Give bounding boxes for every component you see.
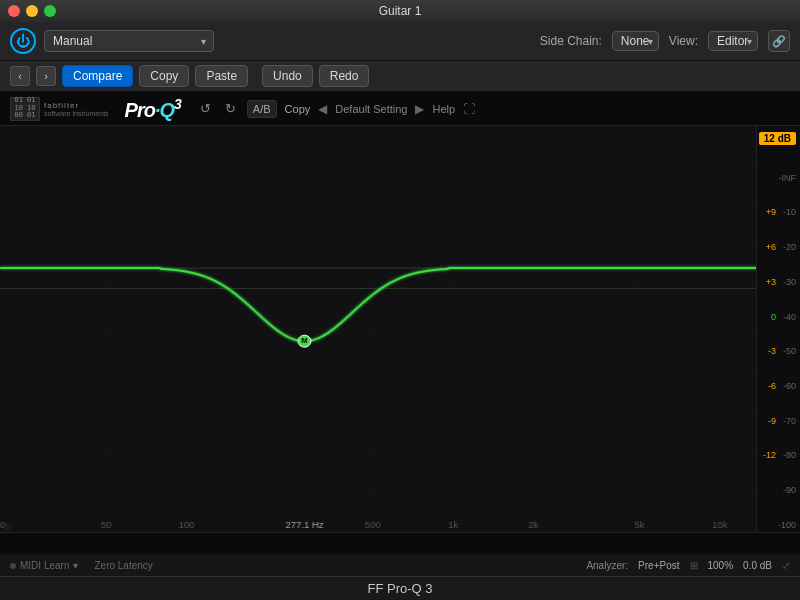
scale-yellow-m3: -3 [768,346,776,356]
maximize-button[interactable] [44,5,56,17]
minimize-button[interactable] [26,5,38,17]
link-button[interactable]: 🔗 [768,30,790,52]
scale-row-20: +6 -20 [757,242,800,252]
undo-button[interactable]: Undo [262,65,313,87]
latency-label: Zero Latency [94,560,152,571]
scale-row-10: +9 -10 [757,207,800,217]
ff-icon: 01 0110 1000 01 [10,97,40,121]
plugin-inner-header: 01 0110 1000 01 fabfilter software instr… [0,92,800,126]
scale-row-100: -100 [757,520,800,530]
redo-button[interactable]: Redo [319,65,370,87]
status-bar: MIDI Learn ▾ Zero Latency Analyzer: Pre+… [0,554,800,576]
scale-row-30: +3 -30 [757,277,800,287]
main-container: ⏻ Manual ▾ Side Chain: None ▾ View: Edit… [0,22,800,600]
copy-button[interactable]: Copy [139,65,189,87]
footer-title: FF Pro-Q 3 [367,581,432,596]
midi-dot [10,563,16,569]
ff-brand: fabfilter [44,101,109,110]
scale-row-50: -3 -50 [757,346,800,356]
scale-yellow-9: +9 [766,207,776,217]
db-label: 0.0 dB [743,560,772,571]
scale-yellow-m6: -6 [768,381,776,391]
scale-row-inf: -INF [757,173,800,183]
scale-row-80: -12 -80 [757,450,800,460]
zoom-label: 100% [708,560,734,571]
expand-icon: ⤢ [782,560,790,571]
view-dropdown[interactable]: Editor [708,31,758,51]
scale-label-inf: -INF [778,173,796,183]
close-button[interactable] [8,5,20,17]
eq-display[interactable]: 12 dB -INF +9 -10 +6 -20 +3 -30 [0,126,800,532]
preset-prev-button[interactable]: ◀ [318,102,327,116]
paste-button[interactable]: Paste [195,65,248,87]
back-button[interactable]: ‹ [10,66,30,86]
scale-yellow-m12: -12 [763,450,776,460]
ab-button[interactable]: A/B [247,100,277,118]
compare-button[interactable]: Compare [62,65,133,87]
preset-next-button[interactable]: ▶ [415,102,424,116]
plugin-header: ⏻ Manual ▾ Side Chain: None ▾ View: Edit… [0,22,800,61]
plugin-inner-controls: ↺ ↻ A/B Copy ◀ Default Setting ▶ Help ⛶ [197,100,475,118]
plugin-preset-name: Default Setting [335,103,407,115]
eq-canvas[interactable] [0,126,800,532]
midi-learn-label[interactable]: MIDI Learn [20,560,69,571]
title-bar: Guitar 1 [0,0,800,22]
window-controls[interactable] [8,5,56,17]
midi-learn-arrow: ▾ [73,560,78,571]
eq-scale-right: 12 dB -INF +9 -10 +6 -20 +3 -30 [756,126,800,532]
ff-software: software instruments [44,110,109,117]
scale-row-40: 0 -40 [757,312,800,322]
status-midi-learn: MIDI Learn ▾ [10,560,78,571]
undo-inner-button[interactable]: ↺ [197,101,214,116]
status-icon: ⊞ [690,560,698,571]
forward-button[interactable]: › [36,66,56,86]
view-label: View: [669,34,698,48]
preset-dropdown[interactable]: Manual [44,30,214,52]
sidechain-label: Side Chain: [540,34,602,48]
plugin-body: 01 0110 1000 01 fabfilter software instr… [0,92,800,576]
scale-yellow-0: 0 [771,312,776,322]
scale-yellow-6: +6 [766,242,776,252]
ff-text: fabfilter software instruments [44,101,109,117]
redo-inner-button[interactable]: ↻ [222,101,239,116]
proq-logo: Pro·Q3 [125,96,181,122]
scale-row-60: -6 -60 [757,381,800,391]
fullscreen-button[interactable]: ⛶ [463,102,475,116]
inner-copy-button[interactable]: Copy [285,103,311,115]
scale-row-90: -90 [757,485,800,495]
analyzer-value: Pre+Post [638,560,679,571]
freq-axis [0,532,800,554]
header-left: ⏻ Manual ▾ [10,28,214,54]
footer-bar: FF Pro-Q 3 [0,576,800,600]
analyzer-label: Analyzer: [586,560,628,571]
toolbar-row: ‹ › Compare Copy Paste Undo Redo [0,61,800,92]
gain-badge: 12 dB [759,132,796,145]
window-title: Guitar 1 [379,4,422,18]
scale-yellow-3: +3 [766,277,776,287]
power-button[interactable]: ⏻ [10,28,36,54]
help-button[interactable]: Help [432,103,455,115]
header-right: Side Chain: None ▾ View: Editor ▾ 🔗 [540,30,790,52]
scale-row-70: -9 -70 [757,416,800,426]
status-right: Analyzer: Pre+Post ⊞ 100% 0.0 dB ⤢ [586,560,790,571]
sidechain-dropdown[interactable]: None [612,31,659,51]
ff-logo: 01 0110 1000 01 fabfilter software instr… [10,97,109,121]
scale-yellow-m9: -9 [768,416,776,426]
